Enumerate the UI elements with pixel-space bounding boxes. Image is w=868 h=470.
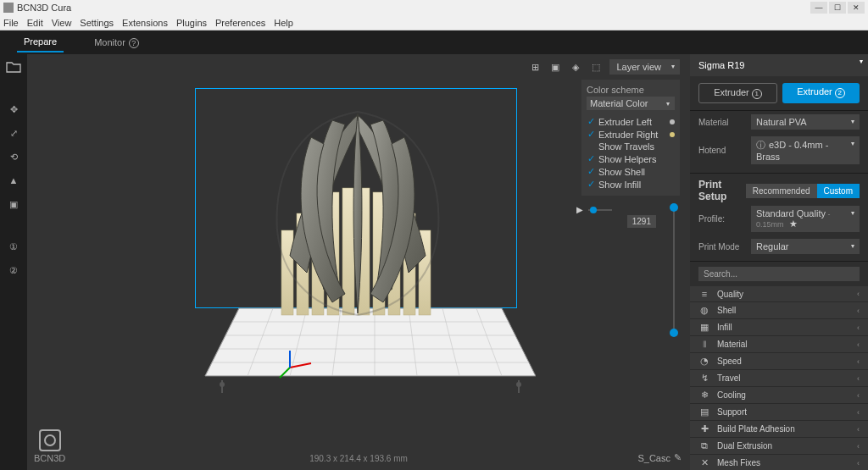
help-icon[interactable]: ?	[129, 38, 139, 48]
chevron-down-icon: ▾	[851, 118, 854, 125]
color-scheme-select[interactable]: Material Color▾	[587, 97, 675, 110]
open-file-button[interactable]	[5, 59, 22, 75]
svg-rect-24	[342, 188, 354, 315]
arrange-icon[interactable]: ⊞	[528, 60, 542, 74]
menu-view[interactable]: View	[52, 18, 72, 28]
settings-category[interactable]: ✚Build Plate Adhesion‹	[690, 421, 868, 438]
settings-category[interactable]: ⦀Material‹	[690, 336, 868, 353]
settings-search[interactable]: Search...	[698, 267, 860, 281]
close-button[interactable]: ✕	[848, 2, 865, 14]
window-title: BCN3D Cura	[17, 3, 71, 13]
settings-category[interactable]: ▤Support‹	[690, 404, 868, 421]
viewport-3d[interactable]: ⊞ ▣ ◈ ⬚ Layer view▾ Color scheme Materia…	[27, 54, 690, 470]
chevron-down-icon: ▾	[671, 63, 675, 70]
layerview-toggle[interactable]: ✓Show Infill	[587, 178, 675, 191]
settings-category[interactable]: ≡Quality‹	[690, 286, 868, 302]
hotend-label: Hotend	[698, 146, 746, 155]
profile-select[interactable]: Standard Quality - 0.15mm ★▾	[751, 206, 860, 232]
settings-category[interactable]: ◍Shell‹	[690, 302, 868, 319]
pencil-icon[interactable]: ✎	[674, 452, 682, 463]
printmode-select[interactable]: Regular▾	[751, 239, 860, 254]
chevron-left-icon: ‹	[857, 323, 860, 332]
viewmode-select[interactable]: Layer view▾	[609, 59, 680, 75]
tab-prepare[interactable]: Prepare	[17, 32, 64, 53]
layerview-item-label: Extruder Left	[598, 117, 652, 127]
recommended-button[interactable]: Recommended	[746, 184, 817, 198]
layerview-toggle[interactable]: Show Travels	[587, 141, 675, 152]
category-icon: ◔	[698, 356, 710, 367]
check-icon: ✓	[587, 129, 595, 140]
menu-edit[interactable]: Edit	[27, 18, 43, 28]
custom-button[interactable]: Custom	[817, 184, 860, 198]
group-icon[interactable]: ⬚	[589, 60, 603, 74]
layerview-item-label: Extruder Right	[598, 130, 658, 140]
category-label: Cooling	[717, 390, 850, 400]
extruder1-tab[interactable]: Extruder1	[698, 83, 777, 103]
machine-select[interactable]: Sigma R19▾	[690, 54, 868, 76]
settings-category[interactable]: ❄Cooling‹	[690, 387, 868, 404]
mirror-tool[interactable]: ▲	[5, 173, 22, 188]
layer-count: 1291	[627, 215, 656, 228]
window-titlebar: BCN3D Cura — ☐ ✕	[0, 0, 868, 15]
rotate-tool[interactable]: ⟲	[5, 149, 22, 164]
settings-category[interactable]: ▦Infill‹	[690, 319, 868, 336]
play-handle[interactable]	[590, 207, 597, 213]
permodel-tool[interactable]: ▣	[5, 196, 22, 212]
layer-slider[interactable]	[673, 207, 675, 334]
scale-tool[interactable]: ⤢	[5, 125, 22, 141]
layerview-toggle[interactable]: ✓Show Helpers	[587, 152, 675, 165]
play-icon[interactable]: ▶	[576, 205, 583, 214]
maximize-button[interactable]: ☐	[829, 2, 846, 14]
chevron-left-icon: ‹	[857, 391, 860, 400]
settings-category[interactable]: ⧉Dual Extrusion‹	[690, 438, 868, 455]
bounding-box	[195, 88, 517, 308]
layerview-toggle[interactable]: ✓Extruder Left	[587, 115, 675, 128]
svg-line-6	[409, 308, 417, 376]
settings-category[interactable]: ↯Travel‹	[690, 370, 868, 387]
category-label: Shell	[717, 306, 850, 315]
menu-file[interactable]: File	[3, 18, 19, 28]
chevron-left-icon: ‹	[857, 408, 860, 417]
settings-category[interactable]: ◔Speed‹	[690, 353, 868, 370]
layerview-item-label: Show Helpers	[598, 154, 656, 164]
layer-handle-top[interactable]	[670, 203, 678, 212]
camera-icon[interactable]: ▣	[548, 60, 562, 74]
extruder2-tab[interactable]: Extruder2	[782, 83, 860, 103]
settings-category[interactable]: ✕Mesh Fixes‹	[690, 455, 868, 470]
category-label: Material	[717, 340, 850, 349]
stage-tabs: Prepare Monitor?	[0, 30, 868, 54]
category-icon: ✕	[698, 457, 710, 468]
tab-monitor[interactable]: Monitor?	[87, 33, 146, 52]
menu-help[interactable]: Help	[274, 18, 293, 28]
menu-extensions[interactable]: Extensions	[122, 18, 168, 28]
view-icon[interactable]: ◈	[569, 60, 582, 74]
hotend-select[interactable]: ⓘe3D - 0.4mm - Brass▾	[751, 136, 860, 164]
layerview-toggle[interactable]: ✓Show Shell	[587, 165, 675, 178]
category-label: Build Plate Adhesion	[717, 424, 850, 434]
minimize-button[interactable]: —	[810, 2, 827, 14]
svg-rect-27	[388, 201, 400, 315]
material-select[interactable]: Natural PVA▾	[751, 114, 860, 130]
svg-marker-0	[205, 308, 536, 376]
menu-settings[interactable]: Settings	[80, 18, 114, 28]
category-label: Quality	[717, 290, 850, 299]
move-tool[interactable]: ✥	[5, 102, 22, 117]
extruder1-tool[interactable]: ①	[5, 239, 22, 254]
chevron-left-icon: ‹	[857, 307, 860, 315]
chevron-left-icon: ‹	[857, 425, 860, 434]
category-icon: ▤	[698, 406, 710, 417]
chevron-left-icon: ‹	[857, 290, 860, 298]
app-icon	[3, 3, 14, 13]
category-icon: ▦	[698, 322, 710, 333]
star-icon: ★	[789, 218, 798, 229]
menu-plugins[interactable]: Plugins	[176, 18, 207, 28]
menu-preferences[interactable]: Preferences	[215, 18, 265, 28]
category-label: Dual Extrusion	[717, 441, 850, 451]
layer-handle-bottom[interactable]	[670, 329, 678, 337]
layerview-item-label: Show Infill	[598, 180, 641, 190]
info-icon: ⓘ	[756, 140, 765, 150]
play-track[interactable]	[588, 209, 612, 211]
extruder2-tool[interactable]: ②	[5, 263, 22, 278]
category-icon: ↯	[698, 373, 710, 384]
layerview-toggle[interactable]: ✓Extruder Right	[587, 128, 675, 141]
